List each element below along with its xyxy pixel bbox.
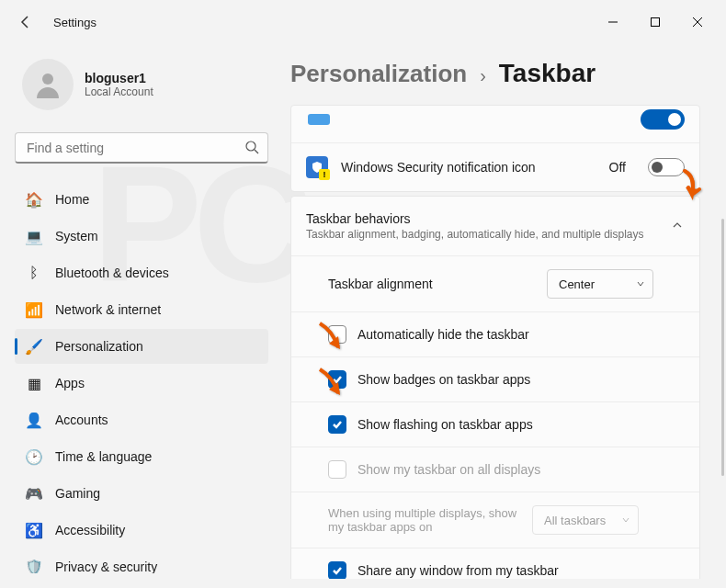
minimize-button[interactable] — [592, 7, 634, 37]
alignment-label: Taskbar alignment — [328, 277, 536, 291]
multi-display-value: All taskbars — [544, 514, 606, 527]
nav-icon: 🕑 — [26, 448, 42, 465]
multi-display-label: When using multiple displays, show my ta… — [328, 506, 521, 534]
nav-item-time-language[interactable]: 🕑Time & language — [15, 439, 268, 474]
breadcrumb: Personalization › Taskbar — [290, 59, 708, 88]
back-button[interactable] — [7, 4, 44, 40]
scrollbar[interactable] — [721, 219, 724, 476]
close-button[interactable] — [676, 7, 719, 37]
nav-item-privacy-security[interactable]: 🛡️Privacy & security — [15, 549, 268, 573]
nav-icon: ♿ — [26, 522, 42, 538]
badges-label: Show badges on taskbar apps — [357, 372, 653, 387]
nav-icon: 🛡️ — [26, 559, 42, 573]
nav-label: Time & language — [55, 449, 152, 464]
chevron-down-icon — [621, 514, 630, 527]
chevron-up-icon — [672, 218, 683, 234]
chevron-down-icon — [636, 277, 645, 291]
alignment-dropdown[interactable]: Center — [547, 269, 653, 299]
badges-row: Show badges on taskbar apps — [291, 357, 699, 402]
user-account-type: Local Account — [85, 85, 153, 98]
nav-item-apps[interactable]: ▦Apps — [15, 366, 268, 401]
breadcrumb-current: Taskbar — [499, 59, 596, 88]
multi-display-row: When using multiple displays, show my ta… — [291, 492, 699, 548]
auto-hide-label: Automatically hide the taskbar — [357, 327, 653, 342]
nav-item-accounts[interactable]: 👤Accounts — [15, 402, 268, 437]
nav-item-system[interactable]: 💻System — [15, 219, 268, 254]
shield-icon: ! — [306, 156, 328, 178]
maximize-button[interactable] — [634, 7, 676, 37]
nav-icon: ▦ — [26, 375, 42, 391]
nav-icon: 📶 — [26, 301, 42, 318]
nav-label: Accessibility — [55, 523, 125, 537]
nav-icon: ᛒ — [26, 265, 42, 281]
all-displays-label: Show my taskbar on all displays — [357, 462, 653, 477]
user-block[interactable]: bloguser1 Local Account — [15, 44, 268, 132]
nav-label: Personalization — [55, 339, 143, 354]
nav-label: Bluetooth & devices — [55, 266, 169, 280]
share-window-label: Share any window from my taskbar — [357, 563, 653, 578]
badges-checkbox[interactable] — [328, 370, 346, 389]
svg-rect-1 — [652, 18, 660, 27]
nav-item-bluetooth-devices[interactable]: ᛒBluetooth & devices — [15, 255, 268, 290]
security-notification-row: ! Windows Security notification icon Off — [291, 143, 699, 191]
nav-label: Privacy & security — [55, 560, 157, 573]
nav-label: Accounts — [55, 413, 108, 427]
partial-row — [291, 106, 699, 143]
nav-label: Apps — [55, 376, 85, 390]
flashing-row: Show flashing on taskbar apps — [291, 402, 699, 447]
behaviors-subtitle: Taskbar alignment, badging, automaticall… — [306, 228, 653, 241]
svg-point-2 — [42, 74, 53, 85]
auto-hide-checkbox[interactable] — [328, 325, 346, 344]
nav-item-accessibility[interactable]: ♿Accessibility — [15, 513, 268, 548]
toggle-partial[interactable] — [641, 109, 685, 130]
nav-label: System — [55, 229, 98, 243]
security-label: Windows Security notification icon — [341, 160, 596, 175]
all-displays-checkbox — [328, 460, 346, 479]
share-window-checkbox[interactable] — [328, 561, 346, 579]
behaviors-title: Taskbar behaviors — [306, 211, 653, 226]
breadcrumb-separator: › — [480, 65, 486, 86]
nav-icon: 💻 — [26, 228, 42, 244]
flashing-label: Show flashing on taskbar apps — [357, 417, 653, 432]
nav-label: Network & internet — [55, 302, 161, 317]
nav-item-network-internet[interactable]: 📶Network & internet — [15, 292, 268, 327]
breadcrumb-parent[interactable]: Personalization — [290, 60, 467, 88]
nav-icon: 🖌️ — [26, 338, 42, 355]
nav-icon: 👤 — [26, 412, 42, 428]
toggle-state-text: Off — [609, 160, 626, 175]
all-displays-row: Show my taskbar on all displays — [291, 447, 699, 492]
unknown-icon — [308, 114, 330, 125]
user-name: bloguser1 — [85, 71, 153, 85]
behaviors-expander[interactable]: Taskbar behaviors Taskbar alignment, bad… — [291, 197, 699, 255]
nav-item-gaming[interactable]: 🎮Gaming — [15, 476, 268, 511]
nav-list: 🏠Home💻SystemᛒBluetooth & devices📶Network… — [15, 182, 268, 573]
alignment-row: Taskbar alignment Center — [291, 256, 699, 312]
nav-label: Home — [55, 192, 89, 207]
multi-display-dropdown: All taskbars — [532, 505, 639, 535]
flashing-checkbox[interactable] — [328, 415, 346, 434]
security-toggle[interactable] — [648, 158, 685, 176]
window-title: Settings — [53, 16, 96, 29]
share-window-row: Share any window from my taskbar — [291, 548, 699, 579]
auto-hide-row: Automatically hide the taskbar — [291, 312, 699, 357]
nav-icon: 🎮 — [26, 485, 42, 502]
alignment-value: Center — [559, 277, 595, 291]
nav-label: Gaming — [55, 486, 100, 501]
nav-item-personalization[interactable]: 🖌️Personalization — [15, 329, 268, 364]
search-input[interactable] — [15, 132, 268, 164]
nav-item-home[interactable]: 🏠Home — [15, 182, 268, 217]
avatar — [22, 59, 74, 110]
nav-icon: 🏠 — [26, 191, 42, 208]
